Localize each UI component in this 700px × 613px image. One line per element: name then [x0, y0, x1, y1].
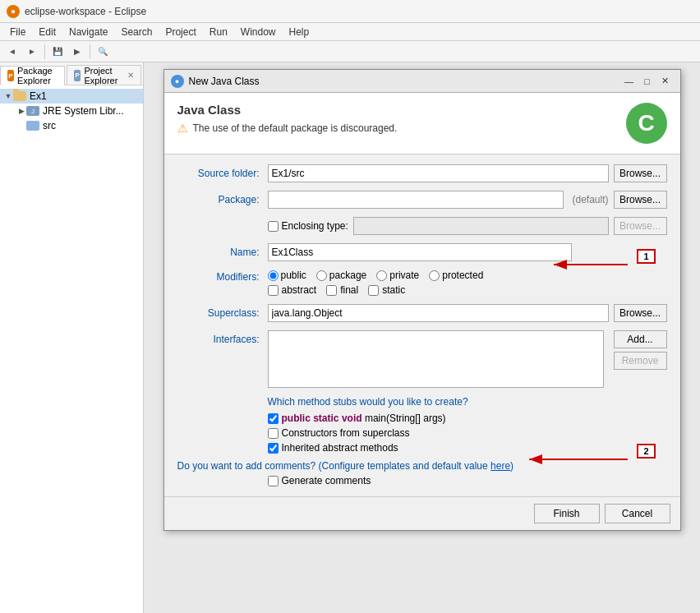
modifier-protected-text: protected — [442, 270, 483, 281]
comments-link[interactable]: here — [490, 460, 510, 472]
enclosing-type-browse-btn[interactable]: Browse... — [614, 217, 667, 235]
interfaces-textarea[interactable] — [268, 330, 604, 388]
modifier-package-label[interactable]: package — [316, 270, 366, 281]
superclass-control: Browse... — [268, 304, 667, 322]
enclosing-type-checkbox-label[interactable]: Enclosing type: — [268, 220, 348, 232]
stubs-area: Which method stubs would you like to cre… — [177, 396, 667, 454]
modifiers-radio-row: public package private — [268, 270, 494, 281]
modifier-abstract-text: abstract — [282, 284, 317, 296]
warning-text: The use of the default package is discou… — [193, 122, 398, 134]
tab-project-explorer[interactable]: P Project Explorer ✕ — [67, 65, 141, 85]
toolbar-run-btn[interactable]: ▶ — [68, 43, 86, 61]
dialog-header-title: Java Class — [177, 103, 398, 117]
stub-main-item: public static void main(String[] args) — [268, 413, 667, 424]
modifiers-checkbox-row: abstract final static — [268, 284, 494, 296]
tree-item-ex1[interactable]: ▼ Ex1 — [0, 89, 143, 104]
menu-navigate[interactable]: Navigate — [62, 25, 114, 39]
title-bar: ● eclipse-workspace - Eclipse — [0, 0, 700, 23]
tab-project-explorer-close[interactable]: ✕ — [127, 71, 134, 80]
source-folder-browse-btn[interactable]: Browse... — [614, 164, 667, 182]
tree-item-ex1-label: Ex1 — [30, 90, 47, 102]
interfaces-add-btn[interactable]: Add... — [614, 330, 667, 348]
package-input[interactable] — [268, 191, 564, 209]
tree-item-jre[interactable]: ▶ J JRE System Libr... — [0, 104, 143, 118]
tab-package-explorer[interactable]: P Package Explorer — [0, 66, 65, 85]
menu-file[interactable]: File — [3, 25, 32, 39]
toolbar-back-btn[interactable]: ◄ — [3, 43, 21, 61]
name-input[interactable] — [268, 243, 572, 261]
enclosing-type-row: Enclosing type: Browse... — [177, 217, 667, 235]
modifier-static-text: static — [382, 284, 405, 296]
enclosing-type-text: Enclosing type: — [282, 220, 348, 232]
superclass-label: Superclass: — [177, 307, 268, 319]
generate-comments-checkbox[interactable] — [268, 476, 279, 486]
interfaces-buttons: Add... Remove — [614, 330, 667, 370]
stub-constructors-checkbox[interactable] — [268, 428, 279, 439]
java-class-icon: C — [626, 103, 667, 144]
menu-project[interactable]: Project — [159, 25, 202, 39]
interfaces-remove-btn[interactable]: Remove — [614, 352, 667, 370]
modifier-private-label[interactable]: private — [376, 270, 419, 281]
generate-comments-text: Generate comments — [282, 475, 371, 486]
dialog-header-content: Java Class ⚠ The use of the default pack… — [177, 103, 398, 135]
modifier-protected-radio[interactable] — [429, 270, 440, 281]
tree-area: ▼ Ex1 ▶ J JRE System Libr... src — [0, 85, 143, 136]
dialog-title-bar: ● New Java Class — □ ✕ — [164, 70, 680, 93]
menu-run[interactable]: Run — [203, 25, 234, 39]
stub-constructors-text: Constructors from superclass — [282, 427, 410, 439]
tree-item-jre-label: JRE System Libr... — [43, 105, 124, 117]
package-browse-btn[interactable]: Browse... — [614, 191, 667, 209]
menu-window[interactable]: Window — [234, 25, 283, 39]
modifier-static-label[interactable]: static — [368, 284, 405, 296]
package-label: Package: — [177, 194, 268, 205]
modifier-static-checkbox[interactable] — [368, 285, 379, 296]
superclass-browse-btn[interactable]: Browse... — [614, 304, 667, 322]
modifier-public-radio[interactable] — [268, 270, 279, 281]
project-explorer-icon: P — [74, 70, 81, 81]
jre-icon: J — [26, 106, 39, 116]
package-control: (default) Browse... — [268, 191, 667, 209]
dialog-minimize-btn[interactable]: — — [621, 74, 638, 89]
modifier-abstract-checkbox[interactable] — [268, 285, 279, 296]
stub-constructors-item: Constructors from superclass — [268, 427, 667, 439]
comments-checkbox-row: Generate comments — [177, 475, 667, 486]
toolbar-forward-btn[interactable]: ► — [23, 43, 41, 61]
stub-main-text: public static void main(String[] args) — [282, 413, 446, 424]
name-row: Name: — [177, 243, 667, 261]
menu-help[interactable]: Help — [283, 25, 316, 39]
modifier-protected-label[interactable]: protected — [429, 270, 483, 281]
toolbar-sep-1 — [44, 44, 45, 59]
menu-edit[interactable]: Edit — [32, 25, 62, 39]
finish-btn[interactable]: Finish — [534, 504, 600, 523]
menu-search[interactable]: Search — [114, 25, 159, 39]
modifier-package-radio[interactable] — [316, 270, 327, 281]
tree-item-src[interactable]: src — [0, 118, 143, 133]
dialog-close-btn[interactable]: ✕ — [657, 74, 674, 89]
toolbar: ◄ ► 💾 ▶ 🔍 — [0, 41, 700, 62]
cancel-btn[interactable]: Cancel — [605, 504, 670, 523]
modifier-package-text: package — [329, 270, 366, 281]
toolbar-save-btn[interactable]: 💾 — [48, 43, 67, 61]
modifier-public-text: public — [281, 270, 306, 281]
stub-inherited-item: Inherited abstract methods — [268, 442, 667, 454]
dialog-maximize-btn[interactable]: □ — [639, 74, 656, 89]
toolbar-sep-2 — [90, 44, 90, 59]
tree-arrow-jre: ▶ — [16, 107, 26, 115]
modifier-final-checkbox[interactable] — [326, 285, 337, 296]
modifier-public-label[interactable]: public — [268, 270, 306, 281]
stub-inherited-checkbox[interactable] — [268, 443, 279, 454]
stub-main-checkbox[interactable] — [268, 413, 279, 424]
main-area: P Package Explorer P Project Explorer ✕ … — [0, 62, 700, 613]
enclosing-type-checkbox[interactable] — [268, 221, 279, 232]
modifier-final-label[interactable]: final — [326, 284, 358, 296]
source-folder-label: Source folder: — [177, 168, 268, 179]
dialog-header: Java Class ⚠ The use of the default pack… — [164, 93, 680, 154]
enclosing-type-control: Enclosing type: Browse... — [268, 217, 667, 235]
superclass-input[interactable] — [268, 304, 609, 322]
title-text: eclipse-workspace - Eclipse — [25, 6, 146, 17]
source-folder-input[interactable] — [268, 164, 609, 182]
toolbar-search-btn[interactable]: 🔍 — [94, 43, 112, 61]
tab-package-explorer-label: Package Explorer — [17, 66, 58, 85]
modifier-abstract-label[interactable]: abstract — [268, 284, 317, 296]
modifier-private-radio[interactable] — [376, 270, 387, 281]
